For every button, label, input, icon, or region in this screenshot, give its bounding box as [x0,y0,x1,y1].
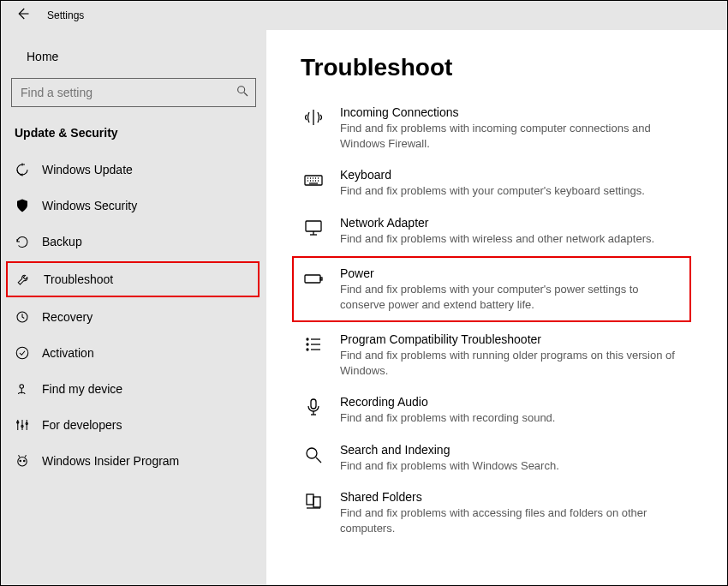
svg-rect-17 [311,399,316,409]
troubleshooter-power[interactable]: Power Find and fix problems with your co… [292,256,691,322]
activation-icon [15,345,30,361]
sidebar-item-windows-update[interactable]: Windows Update [1,152,266,188]
sidebar-home[interactable]: Home [1,40,266,73]
item-desc: Find and fix problems with recording sou… [340,410,555,426]
svg-point-8 [20,460,21,462]
sidebar-item-recovery[interactable]: Recovery [1,299,266,335]
svg-point-18 [307,448,317,458]
sidebar-item-label: Windows Insider Program [42,454,179,468]
page-title: Troubleshoot [301,54,693,81]
item-title: Keyboard [340,168,645,182]
find-device-icon [15,381,30,397]
search-icon [236,84,249,101]
window-title: Settings [47,9,84,21]
sidebar-item-label: Windows Update [42,163,133,176]
wrench-icon [16,272,32,287]
svg-point-9 [24,460,26,462]
troubleshooter-incoming-connections[interactable]: Incoming Connections Find and fix proble… [301,97,693,159]
svg-point-14 [307,338,308,340]
shared-folders-icon [302,490,325,512]
item-desc: Find and fix problems with your computer… [340,183,645,199]
list-icon [302,332,325,355]
sidebar-item-backup[interactable]: Backup [1,224,266,260]
svg-point-3 [20,385,24,389]
item-desc: Find and fix problems with running older… [340,348,684,378]
sidebar-item-find-my-device[interactable]: Find my device [1,371,266,407]
sidebar-item-troubleshoot[interactable]: Troubleshoot [6,261,260,297]
shield-icon [15,198,30,213]
sidebar-item-for-developers[interactable]: For developers [1,407,266,443]
sidebar-item-label: Troubleshoot [44,272,113,286]
svg-rect-11 [306,221,321,231]
microphone-icon [302,395,325,417]
svg-rect-20 [313,497,320,507]
sidebar-item-label: Find my device [42,382,122,396]
sidebar-item-insider-program[interactable]: Windows Insider Program [1,443,266,479]
backup-icon [15,234,30,249]
sidebar-item-label: Recovery [42,310,92,324]
sidebar-item-label: Windows Security [42,199,137,212]
sidebar-item-label: Activation [42,346,94,360]
svg-rect-12 [305,275,320,283]
titlebar: Settings [1,1,727,30]
incoming-icon [302,105,325,128]
sidebar: Home Update & Security Windows Update Wi… [1,30,266,585]
svg-point-7 [18,457,27,467]
troubleshooter-network-adapter[interactable]: Network Adapter Find and fix problems wi… [301,207,693,255]
item-desc: Find and fix problems with accessing fil… [340,505,684,535]
svg-rect-13 [320,278,322,280]
troubleshooter-keyboard[interactable]: Keyboard Find and fix problems with your… [301,159,693,207]
svg-point-16 [307,349,308,350]
item-title: Recording Audio [340,395,555,409]
troubleshooter-recording-audio[interactable]: Recording Audio Find and fix problems wi… [301,386,693,434]
sidebar-item-label: Backup [42,235,82,248]
troubleshooter-program-compatibility[interactable]: Program Compatibility Troubleshooter Fin… [301,324,693,386]
svg-rect-19 [307,494,313,505]
item-title: Program Compatibility Troubleshooter [340,332,684,346]
sidebar-item-activation[interactable]: Activation [1,335,266,371]
sidebar-item-label: For developers [42,418,122,432]
troubleshooter-shared-folders[interactable]: Shared Folders Find and fix problems wit… [301,481,693,544]
network-icon [302,216,325,238]
svg-point-0 [238,87,245,93]
search-wrap [11,78,256,107]
search-input[interactable] [11,78,256,107]
search-icon [302,443,325,465]
item-desc: Find and fix problems with your computer… [340,282,681,312]
item-desc: Find and fix problems with Windows Searc… [340,458,559,474]
item-desc: Find and fix problems with wireless and … [340,231,654,247]
sidebar-home-label: Home [27,50,58,63]
svg-point-2 [16,347,28,359]
insider-icon [15,453,30,469]
battery-icon [302,266,325,289]
recovery-icon [15,309,30,325]
item-title: Search and Indexing [340,443,559,457]
item-title: Shared Folders [340,490,684,504]
item-title: Power [340,266,681,280]
item-title: Network Adapter [340,216,654,230]
sidebar-category: Update & Security [1,119,266,152]
sidebar-item-windows-security[interactable]: Windows Security [1,188,266,224]
keyboard-icon [302,168,325,190]
back-button[interactable] [15,6,30,25]
svg-point-15 [307,344,308,345]
troubleshooter-list: Incoming Connections Find and fix proble… [301,97,693,545]
troubleshooter-search-indexing[interactable]: Search and Indexing Find and fix problem… [301,434,693,482]
item-desc: Find and fix problems with incoming comp… [340,121,684,151]
developers-icon [15,417,30,433]
main-pane: Troubleshoot Incoming Connections Find a… [266,30,727,585]
item-title: Incoming Connections [340,105,684,119]
update-icon [15,162,30,177]
